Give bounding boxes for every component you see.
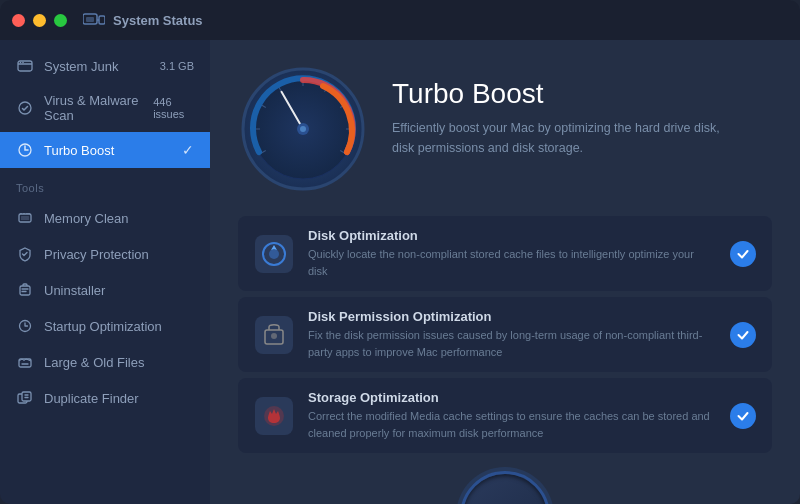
gauge-container [238, 64, 368, 194]
svg-rect-15 [21, 216, 29, 220]
hero-description: Efficiently boost your Mac by optimizing… [392, 118, 732, 158]
feature-card-storage-optimization: Storage Optimization Correct the modifie… [238, 378, 772, 453]
features-list: Disk Optimization Quickly locate the non… [238, 216, 772, 457]
svg-point-49 [271, 333, 277, 339]
sidebar-item-large-old-files[interactable]: Large & Old Files [0, 344, 210, 380]
virus-scan-icon [16, 99, 34, 117]
svg-rect-16 [20, 286, 30, 295]
disk-permission-icon [254, 315, 294, 355]
feature-card-disk-optimization: Disk Optimization Quickly locate the non… [238, 216, 772, 291]
disk-optimization-text: Disk Optimization Quickly locate the non… [308, 228, 716, 279]
disk-optimization-check [730, 241, 756, 267]
app-icon [83, 12, 105, 28]
storage-optimization-check [730, 403, 756, 429]
turbo-boost-icon [16, 141, 34, 159]
startup-icon [16, 317, 34, 335]
hero-title: Turbo Boost [392, 78, 772, 110]
sidebar-item-memory-clean[interactable]: Memory Clean [0, 200, 210, 236]
feature-card-disk-permission: Disk Permission Optimization Fix the dis… [238, 297, 772, 372]
sidebar-item-startup-optimization[interactable]: Startup Optimization [0, 308, 210, 344]
large-files-icon [16, 353, 34, 371]
sidebar-item-virus-malware-scan[interactable]: Virus & Malware Scan 446 issues [0, 84, 210, 132]
app-layout: System Junk 3.1 GB Virus & Malware Scan … [0, 40, 800, 504]
boost-button[interactable]: Boost [460, 471, 550, 504]
active-check: ✓ [182, 142, 194, 158]
hero-section: Turbo Boost Efficiently boost your Mac b… [238, 64, 772, 194]
storage-optimization-text: Storage Optimization Correct the modifie… [308, 390, 716, 441]
memory-clean-icon [16, 209, 34, 227]
disk-optimization-icon [254, 234, 294, 274]
svg-rect-2 [99, 16, 105, 24]
svg-point-6 [20, 62, 22, 64]
disk-permission-text: Disk Permission Optimization Fix the dis… [308, 309, 716, 360]
sidebar-item-turbo-boost[interactable]: Turbo Boost ✓ [0, 132, 210, 168]
sidebar-item-system-junk[interactable]: System Junk 3.1 GB [0, 48, 210, 84]
storage-optimization-icon [254, 396, 294, 436]
sidebar-item-duplicate-finder[interactable]: Duplicate Finder [0, 380, 210, 416]
minimize-button[interactable] [33, 14, 46, 27]
svg-rect-23 [22, 392, 31, 401]
sidebar-item-uninstaller[interactable]: Uninstaller [0, 272, 210, 308]
boost-button-container: Boost [238, 471, 772, 504]
svg-rect-1 [86, 17, 94, 22]
title-bar: System Status [0, 0, 800, 40]
uninstaller-icon [16, 281, 34, 299]
speed-gauge [238, 64, 368, 194]
maximize-button[interactable] [54, 14, 67, 27]
svg-point-7 [22, 62, 24, 64]
sidebar: System Junk 3.1 GB Virus & Malware Scan … [0, 40, 210, 504]
svg-point-46 [269, 249, 279, 259]
system-junk-icon [16, 57, 34, 75]
hero-text: Turbo Boost Efficiently boost your Mac b… [392, 64, 772, 158]
close-button[interactable] [12, 14, 25, 27]
tools-section-label: Tools [0, 168, 210, 200]
svg-point-43 [300, 126, 306, 132]
disk-permission-check [730, 322, 756, 348]
sidebar-item-privacy-protection[interactable]: Privacy Protection [0, 236, 210, 272]
privacy-protection-icon [16, 245, 34, 263]
app-title: System Status [83, 12, 203, 28]
duplicate-finder-icon [16, 389, 34, 407]
main-content: Turbo Boost Efficiently boost your Mac b… [210, 40, 800, 504]
